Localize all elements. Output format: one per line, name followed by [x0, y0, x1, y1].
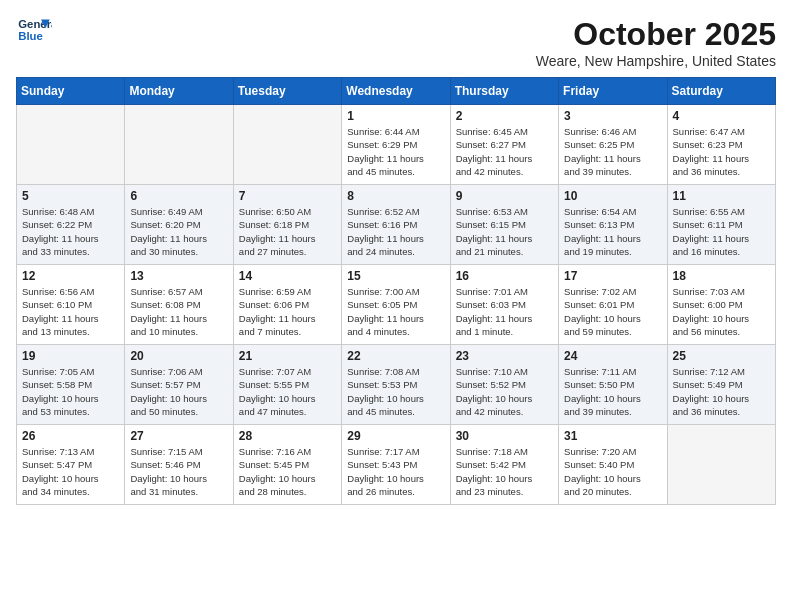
calendar-day-cell: 3Sunrise: 6:46 AM Sunset: 6:25 PM Daylig… [559, 105, 667, 185]
day-number: 6 [130, 189, 227, 203]
location: Weare, New Hampshire, United States [536, 53, 776, 69]
logo: General Blue [16, 16, 52, 44]
day-number: 29 [347, 429, 444, 443]
day-number: 23 [456, 349, 553, 363]
day-info: Sunrise: 6:57 AM Sunset: 6:08 PM Dayligh… [130, 285, 227, 338]
day-info: Sunrise: 6:54 AM Sunset: 6:13 PM Dayligh… [564, 205, 661, 258]
day-number: 10 [564, 189, 661, 203]
calendar-day-cell: 24Sunrise: 7:11 AM Sunset: 5:50 PM Dayli… [559, 345, 667, 425]
day-info: Sunrise: 7:05 AM Sunset: 5:58 PM Dayligh… [22, 365, 119, 418]
calendar-day-cell: 23Sunrise: 7:10 AM Sunset: 5:52 PM Dayli… [450, 345, 558, 425]
calendar-day-cell: 2Sunrise: 6:45 AM Sunset: 6:27 PM Daylig… [450, 105, 558, 185]
weekday-header: Sunday [17, 78, 125, 105]
page-header: General Blue October 2025 Weare, New Ham… [16, 16, 776, 69]
day-number: 17 [564, 269, 661, 283]
calendar-day-cell: 30Sunrise: 7:18 AM Sunset: 5:42 PM Dayli… [450, 425, 558, 505]
calendar-day-cell: 26Sunrise: 7:13 AM Sunset: 5:47 PM Dayli… [17, 425, 125, 505]
calendar-day-cell [125, 105, 233, 185]
calendar-day-cell: 15Sunrise: 7:00 AM Sunset: 6:05 PM Dayli… [342, 265, 450, 345]
day-number: 20 [130, 349, 227, 363]
day-number: 22 [347, 349, 444, 363]
day-info: Sunrise: 6:53 AM Sunset: 6:15 PM Dayligh… [456, 205, 553, 258]
calendar-day-cell: 10Sunrise: 6:54 AM Sunset: 6:13 PM Dayli… [559, 185, 667, 265]
day-info: Sunrise: 6:52 AM Sunset: 6:16 PM Dayligh… [347, 205, 444, 258]
day-info: Sunrise: 7:03 AM Sunset: 6:00 PM Dayligh… [673, 285, 770, 338]
svg-text:Blue: Blue [18, 30, 43, 42]
day-info: Sunrise: 7:11 AM Sunset: 5:50 PM Dayligh… [564, 365, 661, 418]
calendar-week-row: 1Sunrise: 6:44 AM Sunset: 6:29 PM Daylig… [17, 105, 776, 185]
day-number: 21 [239, 349, 336, 363]
calendar-day-cell: 16Sunrise: 7:01 AM Sunset: 6:03 PM Dayli… [450, 265, 558, 345]
day-number: 16 [456, 269, 553, 283]
calendar-day-cell: 1Sunrise: 6:44 AM Sunset: 6:29 PM Daylig… [342, 105, 450, 185]
day-number: 30 [456, 429, 553, 443]
day-info: Sunrise: 7:07 AM Sunset: 5:55 PM Dayligh… [239, 365, 336, 418]
day-info: Sunrise: 6:59 AM Sunset: 6:06 PM Dayligh… [239, 285, 336, 338]
calendar-week-row: 19Sunrise: 7:05 AM Sunset: 5:58 PM Dayli… [17, 345, 776, 425]
calendar-week-row: 12Sunrise: 6:56 AM Sunset: 6:10 PM Dayli… [17, 265, 776, 345]
day-number: 11 [673, 189, 770, 203]
day-info: Sunrise: 7:20 AM Sunset: 5:40 PM Dayligh… [564, 445, 661, 498]
calendar-day-cell: 14Sunrise: 6:59 AM Sunset: 6:06 PM Dayli… [233, 265, 341, 345]
calendar-day-cell: 17Sunrise: 7:02 AM Sunset: 6:01 PM Dayli… [559, 265, 667, 345]
month-title: October 2025 [536, 16, 776, 53]
day-number: 14 [239, 269, 336, 283]
day-info: Sunrise: 6:50 AM Sunset: 6:18 PM Dayligh… [239, 205, 336, 258]
day-number: 28 [239, 429, 336, 443]
day-info: Sunrise: 6:46 AM Sunset: 6:25 PM Dayligh… [564, 125, 661, 178]
day-number: 1 [347, 109, 444, 123]
calendar-day-cell: 7Sunrise: 6:50 AM Sunset: 6:18 PM Daylig… [233, 185, 341, 265]
calendar-week-row: 5Sunrise: 6:48 AM Sunset: 6:22 PM Daylig… [17, 185, 776, 265]
calendar-day-cell: 25Sunrise: 7:12 AM Sunset: 5:49 PM Dayli… [667, 345, 775, 425]
calendar-day-cell: 8Sunrise: 6:52 AM Sunset: 6:16 PM Daylig… [342, 185, 450, 265]
day-info: Sunrise: 7:10 AM Sunset: 5:52 PM Dayligh… [456, 365, 553, 418]
calendar-day-cell: 31Sunrise: 7:20 AM Sunset: 5:40 PM Dayli… [559, 425, 667, 505]
calendar-day-cell: 5Sunrise: 6:48 AM Sunset: 6:22 PM Daylig… [17, 185, 125, 265]
calendar-day-cell [233, 105, 341, 185]
calendar-week-row: 26Sunrise: 7:13 AM Sunset: 5:47 PM Dayli… [17, 425, 776, 505]
day-number: 18 [673, 269, 770, 283]
day-info: Sunrise: 7:13 AM Sunset: 5:47 PM Dayligh… [22, 445, 119, 498]
logo-icon: General Blue [16, 16, 52, 44]
day-number: 13 [130, 269, 227, 283]
calendar-day-cell: 22Sunrise: 7:08 AM Sunset: 5:53 PM Dayli… [342, 345, 450, 425]
day-info: Sunrise: 6:49 AM Sunset: 6:20 PM Dayligh… [130, 205, 227, 258]
day-number: 27 [130, 429, 227, 443]
calendar-day-cell: 13Sunrise: 6:57 AM Sunset: 6:08 PM Dayli… [125, 265, 233, 345]
day-number: 7 [239, 189, 336, 203]
weekday-header: Monday [125, 78, 233, 105]
day-number: 4 [673, 109, 770, 123]
calendar-day-cell: 6Sunrise: 6:49 AM Sunset: 6:20 PM Daylig… [125, 185, 233, 265]
calendar-day-cell: 4Sunrise: 6:47 AM Sunset: 6:23 PM Daylig… [667, 105, 775, 185]
day-number: 5 [22, 189, 119, 203]
day-info: Sunrise: 6:45 AM Sunset: 6:27 PM Dayligh… [456, 125, 553, 178]
day-number: 9 [456, 189, 553, 203]
day-info: Sunrise: 7:17 AM Sunset: 5:43 PM Dayligh… [347, 445, 444, 498]
calendar-table: SundayMondayTuesdayWednesdayThursdayFrid… [16, 77, 776, 505]
day-info: Sunrise: 7:00 AM Sunset: 6:05 PM Dayligh… [347, 285, 444, 338]
day-info: Sunrise: 7:02 AM Sunset: 6:01 PM Dayligh… [564, 285, 661, 338]
calendar-day-cell: 21Sunrise: 7:07 AM Sunset: 5:55 PM Dayli… [233, 345, 341, 425]
title-section: October 2025 Weare, New Hampshire, Unite… [536, 16, 776, 69]
day-info: Sunrise: 7:16 AM Sunset: 5:45 PM Dayligh… [239, 445, 336, 498]
weekday-header: Thursday [450, 78, 558, 105]
day-info: Sunrise: 6:48 AM Sunset: 6:22 PM Dayligh… [22, 205, 119, 258]
calendar-day-cell [17, 105, 125, 185]
day-info: Sunrise: 7:01 AM Sunset: 6:03 PM Dayligh… [456, 285, 553, 338]
calendar-day-cell: 20Sunrise: 7:06 AM Sunset: 5:57 PM Dayli… [125, 345, 233, 425]
day-number: 31 [564, 429, 661, 443]
day-info: Sunrise: 6:56 AM Sunset: 6:10 PM Dayligh… [22, 285, 119, 338]
calendar-day-cell: 28Sunrise: 7:16 AM Sunset: 5:45 PM Dayli… [233, 425, 341, 505]
day-number: 15 [347, 269, 444, 283]
calendar-day-cell: 12Sunrise: 6:56 AM Sunset: 6:10 PM Dayli… [17, 265, 125, 345]
day-number: 2 [456, 109, 553, 123]
day-info: Sunrise: 6:55 AM Sunset: 6:11 PM Dayligh… [673, 205, 770, 258]
day-info: Sunrise: 7:08 AM Sunset: 5:53 PM Dayligh… [347, 365, 444, 418]
calendar-day-cell: 18Sunrise: 7:03 AM Sunset: 6:00 PM Dayli… [667, 265, 775, 345]
day-number: 3 [564, 109, 661, 123]
calendar-day-cell: 29Sunrise: 7:17 AM Sunset: 5:43 PM Dayli… [342, 425, 450, 505]
day-number: 25 [673, 349, 770, 363]
weekday-header: Saturday [667, 78, 775, 105]
day-number: 24 [564, 349, 661, 363]
weekday-header: Tuesday [233, 78, 341, 105]
